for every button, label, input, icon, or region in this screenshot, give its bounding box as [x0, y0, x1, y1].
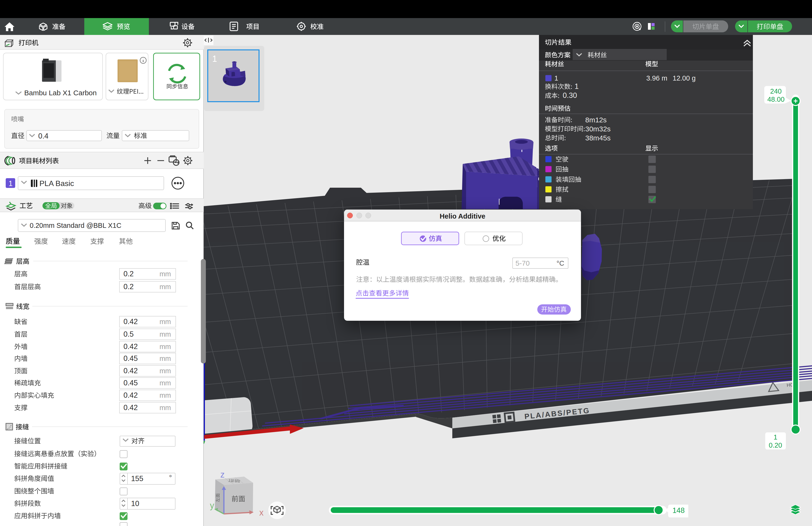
svg-text:1: 1	[212, 54, 217, 64]
svg-text:1: 1	[575, 82, 579, 90]
svg-text:Helio Additive: Helio Additive	[440, 212, 485, 220]
svg-text:Bambu Lab X1 Carbon: Bambu Lab X1 Carbon	[24, 89, 97, 97]
svg-text:z: z	[220, 470, 224, 480]
svg-text:48.00: 48.00	[767, 96, 785, 103]
svg-text:8m12s: 8m12s	[585, 116, 607, 124]
svg-text:240: 240	[770, 87, 782, 95]
svg-text:0.20: 0.20	[769, 441, 782, 449]
svg-text:°C: °C	[556, 259, 564, 267]
svg-text:PLA Basic: PLA Basic	[40, 179, 74, 188]
svg-text:0.20mm Standard @BBL X1C: 0.20mm Standard @BBL X1C	[30, 222, 121, 229]
svg-text:0.4: 0.4	[38, 132, 48, 140]
svg-text:30m32s: 30m32s	[585, 125, 611, 133]
svg-text:y: y	[210, 501, 214, 510]
svg-text:1: 1	[9, 179, 13, 188]
svg-text:1: 1	[554, 74, 558, 82]
svg-text:x: x	[259, 508, 263, 517]
svg-text:0.30: 0.30	[563, 91, 577, 100]
svg-text:3.96 m: 3.96 m	[646, 74, 667, 82]
svg-text:148: 148	[672, 506, 685, 515]
svg-text:12.00 g: 12.00 g	[673, 74, 696, 82]
svg-text:1: 1	[773, 433, 777, 441]
svg-text:38m45s: 38m45s	[585, 134, 611, 142]
